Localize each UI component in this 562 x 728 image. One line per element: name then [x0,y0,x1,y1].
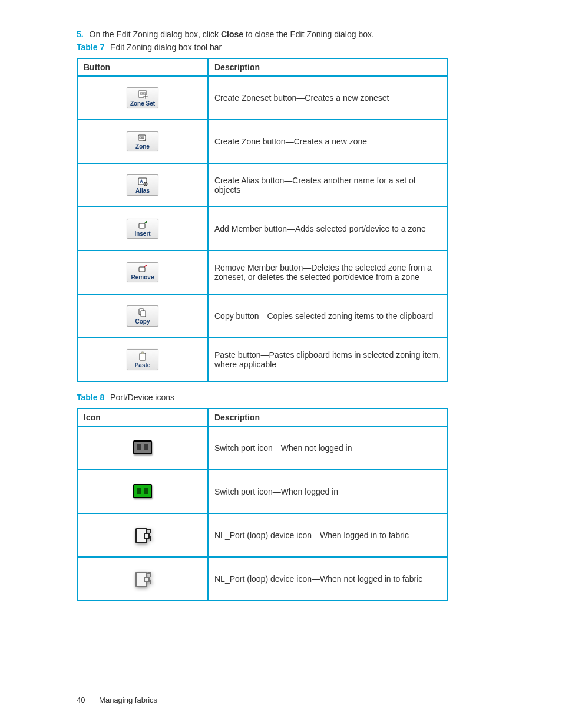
table-row: Remove Remove Member button—Deletes the … [77,251,447,294]
table-row: Switch port icon—When logged in [77,470,447,513]
page-number: 40 [77,696,85,704]
table-cell-description: Add Member button—Adds selected port/dev… [208,207,447,251]
table-cell-description: Paste button—Pastes clipboard items in s… [208,338,447,381]
table-row: Alias Create Alias button—Creates anothe… [77,163,447,207]
paste-button[interactable]: Paste [127,349,158,370]
table-cell-description: Switch port icon—When logged in [208,470,447,513]
step-text-after: to close the Edit Zoning dialog box. [243,29,374,39]
svg-rect-7 [140,137,141,139]
table7-caption: Table 7 Edit Zoning dialog box tool bar [77,42,503,52]
button-label: Remove [131,274,154,281]
table-cell-description: NL_Port (loop) device icon—When logged i… [208,513,447,557]
table-row: Button Description [77,58,447,76]
table8-caption-text: Port/Device icons [110,393,174,402]
instruction-step: 5. On the Edit Zoning dialog box, click … [77,29,503,39]
zoneset-button[interactable]: Zone Set [127,87,158,108]
button-label: Paste [135,362,151,368]
paste-icon [138,351,147,361]
svg-rect-14 [139,267,145,272]
insert-icon [137,221,148,229]
table7-caption-text: Edit Zoning dialog box tool bar [110,42,222,52]
button-label: Zone Set [130,100,155,107]
table-row: NL_Port (loop) device icon—When logged i… [77,513,447,557]
table-cell-description: Switch port icon—When not logged in [208,426,447,470]
table7-header-button: Button [77,58,208,76]
table7-header-description: Description [208,58,447,76]
table-row: Switch port icon—When not logged in [77,426,447,470]
copy-button[interactable]: Copy [127,305,158,327]
alias-button[interactable]: Alias [127,174,158,196]
table-row: Insert Add Member button—Adds selected p… [77,207,447,251]
table-cell-description: Copy button—Copies selected zoning items… [208,294,447,338]
table-cell-description: Create Zoneset button—Creates a new zone… [208,76,447,120]
zoneset-icon [137,90,148,99]
remove-icon [137,265,148,273]
step-text-before: On the Edit Zoning dialog box, click [90,29,221,39]
table8-label: Table 8 [77,393,104,402]
svg-rect-17 [140,353,146,360]
table-row: Zone Set Create Zoneset button—Creates a… [77,76,447,120]
step-number: 5. [77,29,84,39]
table7-label: Table 7 [77,42,104,52]
switch-port-logged-in-icon [133,484,152,498]
step-bold: Close [221,29,243,39]
table-row: Icon Description [77,409,447,426]
button-label: Insert [134,230,150,237]
svg-rect-13 [139,223,145,228]
table8-header-icon: Icon [77,409,208,426]
remove-button[interactable]: Remove [127,262,158,282]
button-label: Zone [135,143,150,150]
section-title: Managing fabrics [99,696,157,704]
table8-header-description: Description [208,409,447,426]
table-row: Copy Copy button—Copies selected zoning … [77,294,447,338]
table-row: NL_Port (loop) device icon—When not logg… [77,557,447,601]
alias-icon [137,177,148,186]
table-row: Zone Create Zone button—Creates a new zo… [77,120,447,163]
table-cell-description: Create Zone button—Creates a new zone [208,120,447,163]
nl-port-not-logged-in-icon [134,571,151,586]
table-cell-description: Remove Member button—Deletes the selecte… [208,251,447,294]
table-cell-description: NL_Port (loop) device icon—When not logg… [208,557,447,601]
svg-rect-8 [142,137,144,139]
table8-caption: Table 8 Port/Device icons [77,393,503,402]
page-footer: 40 Managing fabrics [77,696,503,704]
table8: Icon Description Switch port icon—When n… [77,408,448,601]
insert-button[interactable]: Insert [127,219,158,239]
table7: Button Description Zone Set Create Zones… [77,58,448,382]
zone-icon [137,134,148,142]
zone-button[interactable]: Zone [127,131,158,151]
svg-rect-18 [141,352,144,354]
table-row: Paste Paste button—Pastes clipboard item… [77,338,447,381]
svg-rect-1 [140,93,143,94]
copy-icon [138,308,147,317]
button-label: Alias [135,187,150,194]
table-cell-description: Create Alias button—Creates another name… [208,163,447,207]
svg-rect-16 [141,311,146,317]
switch-port-not-logged-in-icon [133,440,152,454]
button-label: Copy [135,318,150,325]
svg-rect-2 [143,93,146,94]
nl-port-logged-in-icon [134,527,151,542]
